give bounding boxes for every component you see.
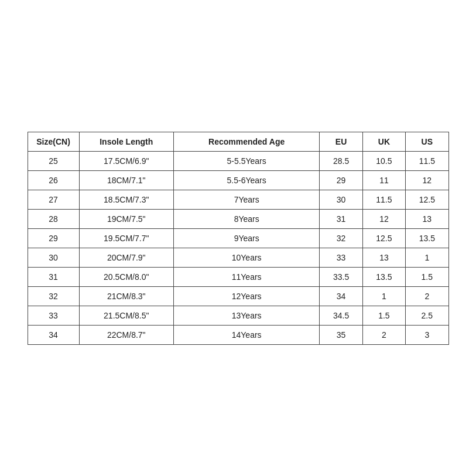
cell-us: 12 <box>406 170 448 190</box>
table-row: 2819CM/7.5"8Years311213 <box>28 209 448 228</box>
cell-us: 12.5 <box>406 190 448 209</box>
cell-size: 31 <box>28 267 79 286</box>
cell-insole: 22CM/8.7" <box>79 325 173 344</box>
cell-age: 11Years <box>173 267 319 286</box>
cell-uk: 10.5 <box>362 151 405 170</box>
cell-eu: 33.5 <box>320 267 362 286</box>
cell-uk: 2 <box>362 325 405 344</box>
cell-age: 12Years <box>173 286 319 306</box>
cell-size: 28 <box>28 209 79 228</box>
cell-uk: 11.5 <box>362 190 405 209</box>
cell-us: 1.5 <box>406 267 448 286</box>
cell-age: 14Years <box>173 325 319 344</box>
cell-eu: 32 <box>320 228 362 248</box>
cell-size: 25 <box>28 151 79 170</box>
cell-size: 32 <box>28 286 79 306</box>
cell-eu: 35 <box>320 325 362 344</box>
cell-us: 1 <box>406 248 448 267</box>
table-row: 2517.5CM/6.9"5-5.5Years28.510.511.5 <box>28 151 448 170</box>
cell-eu: 34 <box>320 286 362 306</box>
header-eu: EU <box>320 132 362 151</box>
cell-age: 5.5-6Years <box>173 170 319 190</box>
cell-eu: 29 <box>320 170 362 190</box>
cell-us: 2 <box>406 286 448 306</box>
cell-uk: 1 <box>362 286 405 306</box>
cell-insole: 19CM/7.5" <box>79 209 173 228</box>
cell-uk: 13.5 <box>362 267 405 286</box>
cell-age: 8Years <box>173 209 319 228</box>
cell-age: 10Years <box>173 248 319 267</box>
cell-insole: 19.5CM/7.7" <box>79 228 173 248</box>
cell-insole: 17.5CM/6.9" <box>79 151 173 170</box>
cell-eu: 30 <box>320 190 362 209</box>
cell-uk: 12.5 <box>362 228 405 248</box>
header-age: Recommended Age <box>173 132 319 151</box>
cell-uk: 11 <box>362 170 405 190</box>
cell-size: 26 <box>28 170 79 190</box>
cell-us: 2.5 <box>406 306 448 325</box>
cell-us: 11.5 <box>406 151 448 170</box>
table-row: 2718.5CM/7.3"7Years3011.512.5 <box>28 190 448 209</box>
cell-us: 13 <box>406 209 448 228</box>
cell-age: 9Years <box>173 228 319 248</box>
cell-insole: 20.5CM/8.0" <box>79 267 173 286</box>
table-row: 2618CM/7.1"5.5-6Years291112 <box>28 170 448 190</box>
table-row: 3120.5CM/8.0"11Years33.513.51.5 <box>28 267 448 286</box>
cell-eu: 33 <box>320 248 362 267</box>
cell-size: 27 <box>28 190 79 209</box>
header-uk: UK <box>362 132 405 151</box>
cell-us: 3 <box>406 325 448 344</box>
size-chart-table: Size(CN) Insole Length Recommended Age E… <box>28 132 449 345</box>
table-row: 2919.5CM/7.7"9Years3212.513.5 <box>28 228 448 248</box>
table-row: 3221CM/8.3"12Years3412 <box>28 286 448 306</box>
cell-insole: 18CM/7.1" <box>79 170 173 190</box>
cell-age: 13Years <box>173 306 319 325</box>
table-row: 3020CM/7.9"10Years33131 <box>28 248 448 267</box>
table-row: 3422CM/8.7"14Years3523 <box>28 325 448 344</box>
cell-us: 13.5 <box>406 228 448 248</box>
cell-uk: 1.5 <box>362 306 405 325</box>
cell-insole: 20CM/7.9" <box>79 248 173 267</box>
table-row: 3321.5CM/8.5"13Years34.51.52.5 <box>28 306 448 325</box>
header-insole: Insole Length <box>79 132 173 151</box>
cell-size: 33 <box>28 306 79 325</box>
cell-insole: 21CM/8.3" <box>79 286 173 306</box>
cell-size: 29 <box>28 228 79 248</box>
header-us: US <box>406 132 448 151</box>
cell-uk: 13 <box>362 248 405 267</box>
cell-age: 7Years <box>173 190 319 209</box>
cell-eu: 31 <box>320 209 362 228</box>
cell-size: 30 <box>28 248 79 267</box>
cell-insole: 18.5CM/7.3" <box>79 190 173 209</box>
cell-eu: 28.5 <box>320 151 362 170</box>
cell-insole: 21.5CM/8.5" <box>79 306 173 325</box>
cell-eu: 34.5 <box>320 306 362 325</box>
cell-size: 34 <box>28 325 79 344</box>
header-size: Size(CN) <box>28 132 79 151</box>
cell-age: 5-5.5Years <box>173 151 319 170</box>
table-header-row: Size(CN) Insole Length Recommended Age E… <box>28 132 448 151</box>
cell-uk: 12 <box>362 209 405 228</box>
size-chart-container: Size(CN) Insole Length Recommended Age E… <box>28 132 449 345</box>
